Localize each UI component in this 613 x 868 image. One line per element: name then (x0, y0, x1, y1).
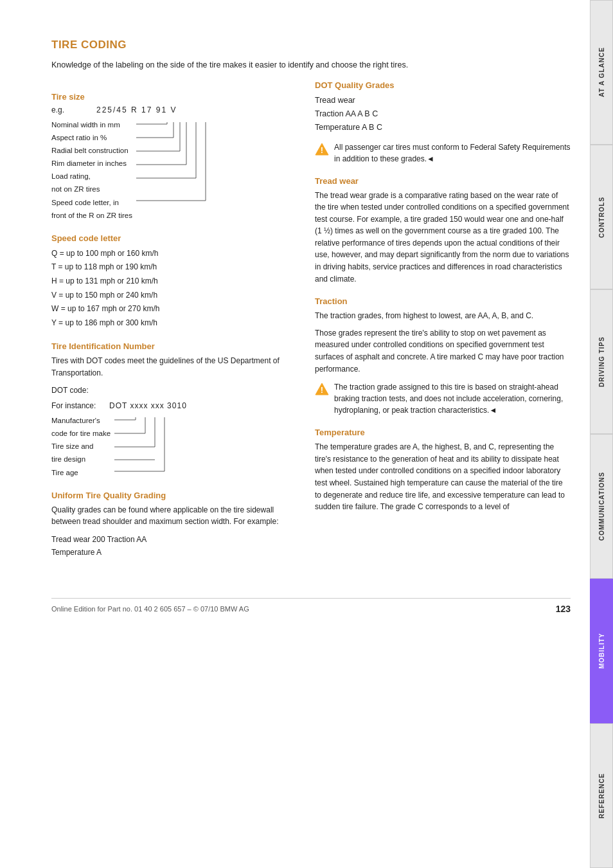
speed-code-list: Q = up to 100 mph or 160 km/h T = up to … (51, 247, 296, 330)
dot-quality-warning-text: All passenger car tires must conform to … (334, 141, 571, 165)
sidebar-tab-driving-tips[interactable]: DRIVING TIPS (590, 289, 613, 434)
dot-label-1: Manufacturer's (51, 414, 111, 427)
footer-text: Online Edition for Part no. 01 40 2 605 … (51, 605, 249, 613)
svg-text:!: ! (321, 145, 323, 155)
page-footer: Online Edition for Part no. 01 40 2 605 … (51, 598, 571, 614)
tire-size-label-2: Aspect ratio in % (51, 131, 132, 144)
speed-item-h: H = up to 131 mph or 210 km/h (51, 275, 296, 289)
tread-wear-body: The tread wear grade is a comparative ra… (315, 190, 571, 285)
dot-instance-line: For instance: DOT xxxx xxx 3010 (51, 401, 296, 410)
dot-label-5: Tire age (51, 466, 111, 479)
for-instance-label: For instance: (51, 401, 109, 410)
speed-item-v: V = up to 150 mph or 240 km/h (51, 289, 296, 303)
warning-icon-1: ! (315, 142, 329, 156)
sidebar-tabs: AT A GLANCE CONTROLS DRIVING TIPS COMMUN… (590, 0, 613, 868)
sidebar-tab-at-a-glance[interactable]: AT A GLANCE (590, 0, 613, 145)
dot-label-2: code for tire make (51, 427, 111, 440)
uniform-tire-example: Tread wear 200 Traction AA Temperature A (51, 533, 296, 559)
traction-warning: ! The traction grade assigned to this ti… (315, 381, 571, 416)
speed-item-w: W = up to 167 mph or 270 km/h (51, 302, 296, 316)
tire-size-label-5: Load rating, (51, 170, 132, 183)
traction-warning-text: The traction grade assigned to this tire… (334, 381, 571, 416)
tire-size-label-6: not on ZR tires (51, 183, 132, 195)
uniform-example-line2: Temperature A (51, 546, 296, 559)
speed-code-title: Speed code letter (51, 233, 296, 243)
dot-quality-warning: ! All passenger car tires must conform t… (315, 141, 571, 165)
dot-code-label: DOT code: (51, 384, 296, 397)
page-container: AT A GLANCE CONTROLS DRIVING TIPS COMMUN… (0, 0, 613, 868)
tire-size-title: Tire size (51, 92, 296, 102)
tire-size-label-1: Nominal width in mm (51, 118, 132, 131)
svg-text:!: ! (321, 385, 323, 395)
uniform-example-line1: Tread wear 200 Traction AA (51, 533, 296, 546)
speed-item-q: Q = up to 100 mph or 160 km/h (51, 247, 296, 261)
right-column: DOT Quality Grades Tread wear Traction A… (315, 80, 571, 559)
traction-title: Traction (315, 296, 571, 306)
temperature-title: Temperature (315, 428, 571, 437)
tire-size-bracket-svg (135, 120, 212, 210)
traction-body2: Those grades represent the tire's abilit… (315, 327, 571, 375)
speed-item-y: Y = up to 186 mph or 300 km/h (51, 316, 296, 330)
sidebar-tab-reference[interactable]: REFERENCE (590, 723, 613, 868)
page-number: 123 (556, 604, 571, 614)
tire-size-label-8: front of the R on ZR tires (51, 209, 132, 222)
columns: Tire size e.g. 225/45 R 17 91 V Nominal … (51, 80, 571, 559)
left-column: Tire size e.g. 225/45 R 17 91 V Nominal … (51, 80, 296, 559)
dot-label-3: Tire size and (51, 440, 111, 453)
dot-bracket-svg (113, 415, 177, 473)
page-title: TIRE CODING (51, 39, 571, 51)
tire-size-label-3: Radial belt construction (51, 144, 132, 157)
sidebar-tab-mobility[interactable]: MOBILITY (590, 579, 613, 723)
for-instance-value: DOT xxxx xxx 3010 (109, 401, 187, 410)
tire-size-label-4: Rim diameter in inches (51, 157, 132, 170)
tire-size-labels: Nominal width in mm Aspect ratio in % Ra… (51, 118, 132, 222)
warning-icon-2: ! (315, 382, 329, 396)
dot-grade-tread: Tread wear (315, 94, 571, 107)
dot-label-4: tire design (51, 453, 111, 466)
sidebar-tab-controls[interactable]: CONTROLS (590, 145, 613, 289)
dot-quality-title: DOT Quality Grades (315, 80, 571, 90)
dot-grade-temp: Temperature A B C (315, 121, 571, 134)
tire-id-intro: Tires with DOT codes meet the guidelines… (51, 355, 296, 379)
tread-wear-title: Tread wear (315, 176, 571, 186)
dot-grade-traction: Traction AA A B C (315, 107, 571, 121)
eg-label: e.g. (51, 105, 71, 114)
uniform-tire-body: Quality grades can be found where applic… (51, 504, 296, 528)
speed-item-t: T = up to 118 mph or 190 km/h (51, 260, 296, 275)
traction-body1: The traction grades, from highest to low… (315, 310, 571, 322)
sidebar-tab-communications[interactable]: COMMUNICATIONS (590, 434, 613, 579)
main-content: TIRE CODING Knowledge of the labeling on… (0, 0, 590, 640)
dot-labels: Manufacturer's code for tire make Tire s… (51, 414, 111, 479)
dot-diagram: Manufacturer's code for tire make Tire s… (51, 414, 296, 479)
temperature-body: The temperature grades are A, the highes… (315, 441, 571, 513)
intro-text: Knowledge of the labeling on the side of… (51, 59, 571, 71)
dot-grades-list: Tread wear Traction AA A B C Temperature… (315, 94, 571, 135)
tire-size-eg-line: e.g. 225/45 R 17 91 V (51, 105, 296, 114)
tire-id-title: Tire Identification Number (51, 341, 296, 351)
uniform-tire-title: Uniform Tire Quality Grading (51, 491, 296, 500)
tire-size-diagram: Nominal width in mm Aspect ratio in % Ra… (51, 118, 296, 222)
eg-value: 225/45 R 17 91 V (96, 105, 177, 114)
tire-size-label-7: Speed code letter, in (51, 196, 132, 209)
